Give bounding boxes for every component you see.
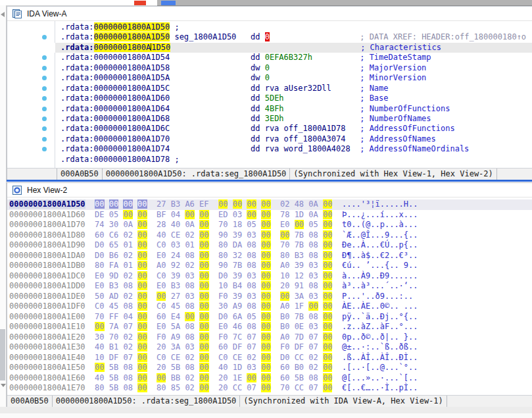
hex-byte[interactable]: 80	[95, 383, 104, 392]
hex-byte[interactable]: 00	[323, 312, 332, 321]
hex-byte[interactable]: 00	[247, 199, 256, 209]
hex-byte[interactable]: 08	[308, 281, 318, 290]
hex-byte[interactable]: D0	[218, 271, 228, 280]
hex-byte[interactable]: 00	[137, 240, 147, 249]
hex-byte[interactable]: 04	[171, 210, 180, 219]
hex-byte[interactable]: 70	[280, 383, 289, 392]
hex-byte[interactable]: DF	[233, 342, 242, 352]
hex-byte[interactable]: B3	[295, 251, 304, 260]
hex-byte[interactable]: 00	[137, 383, 147, 392]
hex-byte[interactable]: 00	[137, 301, 147, 311]
hex-byte[interactable]: 00	[261, 301, 270, 311]
hex-byte[interactable]: F0	[280, 342, 289, 352]
hex-byte[interactable]: CC	[295, 383, 304, 392]
ascii-text[interactable]: .[..·[..@...`°..	[342, 363, 418, 372]
hex-byte[interactable]: CC	[233, 383, 242, 392]
hex-row[interactable]: 00000001800A1E60 40 5B 08 00 00 BB 02 00…	[7, 373, 532, 384]
ascii-text[interactable]: ....'³¦ï.....H..	[342, 199, 418, 209]
hex-byte[interactable]: 39	[233, 230, 242, 240]
hex-byte[interactable]: 08	[123, 373, 132, 382]
hex-row[interactable]: 00000001800A1DA0 D0 B6 02 00 E0 24 08 00…	[7, 251, 532, 261]
hex-byte[interactable]: 85	[171, 383, 180, 392]
hex-byte[interactable]: 01	[123, 240, 132, 249]
hex-byte[interactable]: 00	[323, 292, 332, 301]
hex-byte[interactable]: 70	[218, 220, 228, 229]
hex-byte[interactable]: 5B	[109, 363, 118, 372]
hex-byte[interactable]: BF	[157, 210, 166, 219]
hex-byte[interactable]: 00	[323, 281, 332, 290]
hex-byte[interactable]: 05	[308, 220, 318, 229]
ascii-text[interactable]: P­...'..ð9...:..	[342, 292, 413, 301]
hex-byte[interactable]: 70	[280, 240, 289, 249]
hex-byte[interactable]: 60	[280, 373, 289, 382]
hex-byte[interactable]: C0	[157, 271, 166, 280]
hex-byte[interactable]: 12	[295, 271, 304, 280]
hex-byte[interactable]: 3A	[171, 342, 180, 352]
left-scrollbar-arrow-icon[interactable]	[1, 384, 6, 387]
hex-byte[interactable]: 00	[261, 373, 270, 382]
hex-byte[interactable]: 60	[218, 342, 228, 352]
hex-byte[interactable]: 92	[171, 261, 180, 270]
hex-byte[interactable]: 00	[137, 292, 147, 301]
hex-byte[interactable]: 00	[261, 363, 270, 372]
disasm-line[interactable]: .rdata:00000001800A1D68 dd 3EDh ; Number…	[7, 114, 532, 124]
hex-byte[interactable]: 08	[247, 261, 256, 270]
hex-byte[interactable]: C0	[157, 353, 166, 362]
hex-byte[interactable]: 00	[199, 342, 208, 352]
hex-byte[interactable]: 08	[123, 383, 132, 392]
hex-byte[interactable]: 02	[123, 271, 132, 280]
dock-collapse-arrow-icon[interactable]	[1, 12, 5, 17]
disasm-line[interactable]: .rdata:00000001800A1D60 dd 5DEh ; Base	[7, 93, 532, 103]
hex-byte[interactable]: 02	[123, 292, 132, 301]
hex-row[interactable]: 00000001800A1E10 00 7A 07 00 E0 5A 08 00…	[7, 322, 532, 332]
nav-marker-dot[interactable]	[42, 147, 47, 151]
hex-byte[interactable]: 00	[137, 281, 147, 290]
disasm-line[interactable]: .rdata:00000001800A1D50 ; Characteristic…	[7, 43, 532, 53]
hex-byte[interactable]: 00	[199, 240, 208, 249]
hex-byte[interactable]: 07	[123, 353, 132, 362]
hex-byte[interactable]: 74	[95, 220, 104, 229]
hex-byte[interactable]: 08	[185, 363, 194, 372]
hex-byte[interactable]: A9	[233, 301, 242, 311]
hex-byte[interactable]: 03	[308, 322, 318, 331]
hex-byte[interactable]: AD	[109, 292, 118, 301]
ascii-text[interactable]: 0p..ð©..ð|.. }..	[342, 332, 418, 342]
hex-byte[interactable]: 02	[247, 353, 256, 362]
hex-byte[interactable]: 1E	[233, 373, 242, 382]
hex-byte[interactable]: 00	[199, 332, 208, 342]
hex-byte[interactable]: 40	[171, 220, 180, 229]
hex-byte[interactable]: 00	[199, 230, 208, 240]
hex-byte[interactable]: 00	[261, 342, 270, 352]
hex-byte[interactable]: 46	[233, 322, 242, 331]
hex-byte[interactable]: BB	[171, 373, 180, 382]
hex-row[interactable]: 00000001800A1E20 30 70 02 00 F0 A9 08 00…	[7, 332, 532, 343]
hex-byte[interactable]: 03	[308, 261, 318, 270]
hex-byte[interactable]: 0A	[185, 220, 194, 229]
hex-byte[interactable]: 00	[137, 332, 147, 342]
hex-byte[interactable]: 00	[261, 281, 270, 290]
hex-byte[interactable]: 27	[171, 292, 180, 301]
hex-byte[interactable]: A0	[280, 332, 289, 342]
disasm-line[interactable]: .rdata:00000001800A1D5A dw 0 ; MinorVers…	[7, 73, 532, 83]
disasm-line[interactable]: .rdata:00000001800A1D64 dd 4BFh ; Number…	[7, 104, 532, 114]
hex-byte[interactable]: 02	[185, 230, 194, 240]
hex-byte[interactable]: 00	[137, 210, 147, 219]
hex-byte[interactable]: 00	[157, 292, 166, 301]
hex-byte[interactable]: 00	[323, 383, 332, 392]
hex-byte[interactable]: 03	[185, 271, 194, 280]
hex-byte[interactable]: 03	[308, 271, 318, 280]
hex-dump-area[interactable]: 00000001800A1D50 00 00 00 00 27 B3 A6 EF…	[7, 197, 532, 396]
hex-byte[interactable]: DF	[295, 342, 304, 352]
hex-byte[interactable]: 08	[308, 230, 318, 240]
hex-byte[interactable]: 08	[308, 373, 318, 382]
hex-byte[interactable]: 08	[123, 363, 132, 372]
nav-marker-dot[interactable]	[42, 76, 47, 80]
hex-byte[interactable]: 00	[199, 220, 208, 229]
hex-byte[interactable]: 00	[137, 312, 147, 321]
hex-row[interactable]: 00000001800A1DD0 E0 B3 08 00 E0 B3 08 00…	[7, 281, 532, 292]
hex-byte[interactable]: 02	[308, 363, 318, 372]
hex-row[interactable]: 00000001800A1E70 80 5B 08 00 80 85 02 00…	[7, 383, 532, 394]
disasm-line[interactable]: .rdata:00000001800A1D54 dd 0EFA6B327h ; …	[7, 53, 532, 63]
hex-byte[interactable]: E0	[157, 251, 166, 260]
hex-byte[interactable]: 28	[157, 220, 166, 229]
